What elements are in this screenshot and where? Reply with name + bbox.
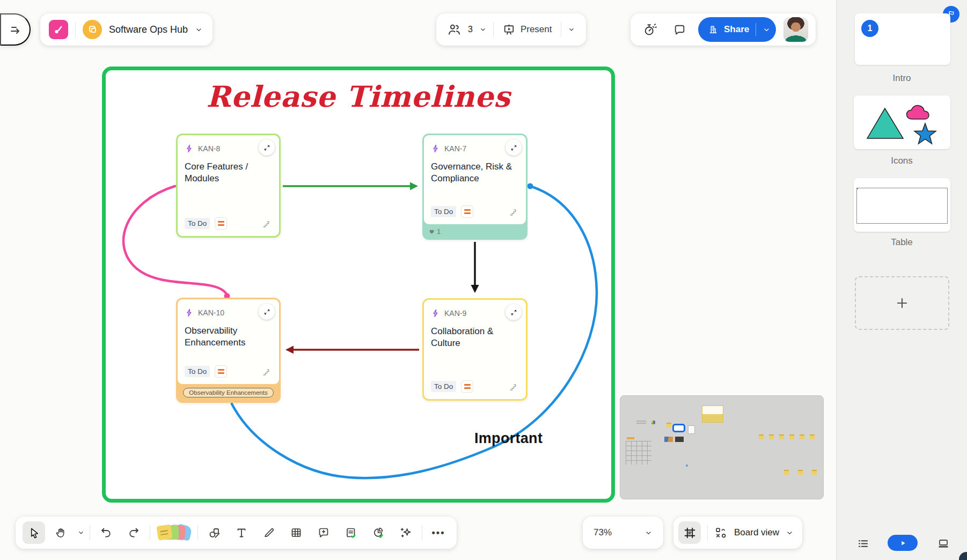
frame-thumbnail-table[interactable] <box>854 178 950 232</box>
important-text[interactable]: Important <box>474 430 543 447</box>
expand-card-button[interactable] <box>506 139 522 156</box>
share-button[interactable]: Share <box>698 17 776 42</box>
progress-stairs-icon <box>262 218 272 229</box>
card-title: Core Features / Modules <box>185 161 272 185</box>
shapes-tool-button[interactable] <box>203 521 225 544</box>
presentation-play-button[interactable] <box>888 535 918 551</box>
minimap-item <box>666 423 671 428</box>
jira-card-kan-8[interactable]: KAN-8 Core Features / Modules To Do <box>176 134 281 238</box>
epic-tag-pill[interactable]: Observability Enhancements <box>183 388 273 397</box>
jira-card-kan-9[interactable]: KAN-9 Collaboration & Culture To Do <box>422 298 528 401</box>
divider <box>197 525 198 540</box>
expand-card-button[interactable] <box>506 304 522 320</box>
frame-label: Intro <box>837 73 967 84</box>
table-tool-button[interactable] <box>285 521 307 544</box>
collaboration-panel: 3 Present <box>436 13 586 46</box>
jira-card-kan-10[interactable]: KAN-10 Observability Enhancements To Do … <box>176 298 281 403</box>
frames-list-button[interactable] <box>852 532 874 555</box>
expand-card-button[interactable] <box>259 139 275 156</box>
minimap[interactable] <box>620 395 824 499</box>
priority-medium-icon <box>215 217 227 230</box>
minimap-item <box>626 441 651 465</box>
frame-title-text[interactable]: Release Timelines <box>102 79 615 114</box>
frame-thumbnail-icons[interactable] <box>854 95 950 149</box>
progress-stairs-icon <box>509 381 519 392</box>
reactions-strip[interactable]: 1 <box>424 224 526 238</box>
chevron-down-icon[interactable] <box>479 26 487 33</box>
comment-tool-button[interactable] <box>312 521 335 544</box>
card-key: KAN-8 <box>198 144 220 153</box>
comments-button[interactable] <box>668 18 691 41</box>
frame-label: Icons <box>837 156 967 166</box>
frame-label: Table <box>837 237 967 248</box>
card-key: KAN-9 <box>444 309 466 318</box>
minimap-item <box>779 434 784 439</box>
epic-bolt-icon <box>185 308 194 318</box>
chevron-down-icon[interactable] <box>786 529 794 537</box>
priority-medium-icon <box>461 205 473 218</box>
expand-card-button[interactable] <box>259 304 275 320</box>
minimap-item <box>800 434 804 439</box>
chevron-down-icon[interactable] <box>77 529 85 536</box>
share-chevron-icon[interactable] <box>763 26 771 34</box>
pen-tool-button[interactable] <box>258 521 280 544</box>
user-avatar[interactable] <box>783 17 808 42</box>
apps-tool-button[interactable] <box>367 521 390 544</box>
zoom-control[interactable]: 73% <box>583 517 663 549</box>
undo-button[interactable] <box>95 521 118 544</box>
frame-thumbnail-intro[interactable]: 1 <box>855 13 950 65</box>
minimap-item <box>812 470 817 475</box>
card-title: Collaboration & Culture <box>431 326 519 350</box>
minimap-viewport[interactable] <box>672 424 685 432</box>
select-tool-button[interactable] <box>23 521 45 544</box>
more-tools-button[interactable]: ••• <box>427 521 450 544</box>
creation-toolbar: ••• <box>16 517 457 549</box>
minimap-item <box>769 434 774 439</box>
templates-tool-button[interactable] <box>340 521 362 544</box>
chevron-down-icon[interactable] <box>568 26 575 33</box>
priority-medium-icon <box>461 380 473 393</box>
board-header-card: Software Ops Hub <box>40 13 213 46</box>
timer-button[interactable] <box>638 18 661 41</box>
card-key: KAN-7 <box>444 144 466 153</box>
minimap-item <box>702 406 723 423</box>
frame-number-badge: 1 <box>861 20 878 37</box>
card-title: Governance, Risk & Compliance <box>431 161 519 185</box>
board-view-icon <box>714 526 728 540</box>
board-title[interactable]: Software Ops Hub <box>109 24 188 35</box>
minimap-item <box>675 437 684 442</box>
chevron-down-icon[interactable] <box>644 529 653 537</box>
frames-view-button[interactable] <box>678 521 701 544</box>
redo-button[interactable] <box>122 521 145 544</box>
divider <box>756 23 756 36</box>
tag-strip: Observability Enhancements <box>178 384 279 401</box>
status-badge[interactable]: To Do <box>431 206 456 217</box>
present-button[interactable]: Present <box>500 18 554 41</box>
epic-bolt-icon <box>431 308 441 318</box>
card-body: KAN-8 Core Features / Modules To Do <box>178 135 279 236</box>
status-badge[interactable]: To Do <box>185 366 210 377</box>
card-body: KAN-9 Collaboration & Culture To Do <box>424 300 526 399</box>
jira-card-kan-7[interactable]: KAN-7 Governance, Risk & Compliance To D… <box>422 134 528 240</box>
chevron-down-icon[interactable] <box>195 26 203 34</box>
status-badge[interactable]: To Do <box>431 381 456 392</box>
minimap-item <box>651 421 655 424</box>
collaborators-icon[interactable] <box>447 23 461 37</box>
card-key: KAN-10 <box>198 308 224 317</box>
ellipsis-icon: ••• <box>432 527 445 539</box>
add-frame-button[interactable] <box>855 276 949 330</box>
minimap-item <box>627 437 634 439</box>
sticky-note-tool-button[interactable] <box>155 521 193 544</box>
share-label: Share <box>724 24 749 35</box>
minimap-item <box>798 470 803 475</box>
miro-logo[interactable] <box>49 20 68 39</box>
corner-accent <box>959 552 967 560</box>
status-badge[interactable]: To Do <box>185 218 210 229</box>
text-tool-button[interactable] <box>230 521 253 544</box>
ai-sparkles-button[interactable] <box>394 521 417 544</box>
sidebar-toggle-button[interactable] <box>0 13 31 46</box>
fullscreen-button[interactable] <box>932 532 955 555</box>
epic-bolt-icon <box>431 144 441 153</box>
hand-tool-button[interactable] <box>50 521 72 544</box>
minimap-item <box>810 434 815 439</box>
